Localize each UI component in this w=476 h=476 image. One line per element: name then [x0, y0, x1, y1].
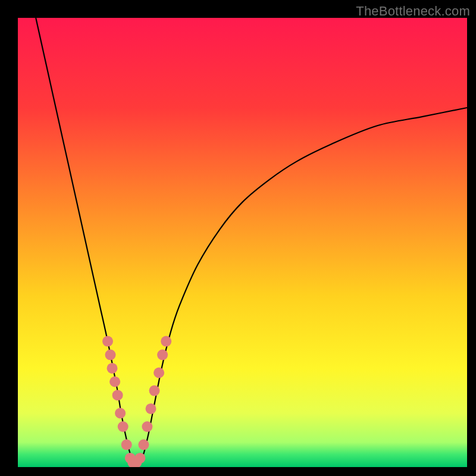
chart-frame — [18, 18, 467, 467]
highlight-dot — [149, 386, 160, 396]
highlight-dot — [154, 368, 164, 378]
highlight-dot — [161, 336, 171, 347]
highlight-dot — [142, 421, 152, 432]
highlight-dot — [107, 363, 118, 374]
highlight-dot — [112, 390, 123, 400]
highlight-dot — [115, 408, 126, 418]
watermark-text: TheBottleneck.com — [356, 4, 470, 19]
highlight-dot — [157, 349, 168, 360]
highlight-dot — [146, 403, 156, 414]
highlight-dot — [121, 439, 132, 450]
highlight-dot — [109, 377, 120, 387]
highlight-dot — [102, 336, 113, 347]
highlight-dot — [138, 439, 149, 450]
highlight-dot — [105, 349, 116, 360]
highlight-dot — [118, 421, 129, 432]
highlight-dot — [134, 453, 145, 464]
bottleneck-chart — [18, 18, 467, 467]
